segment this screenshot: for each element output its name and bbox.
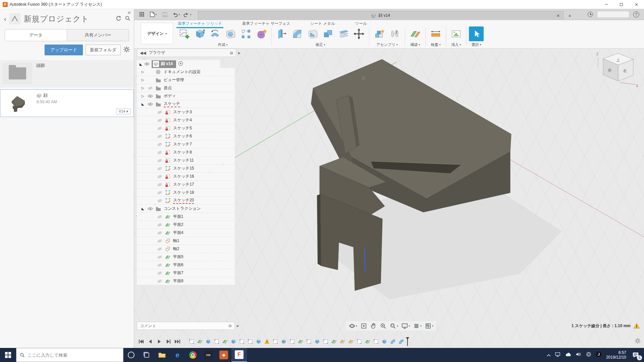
account-menu[interactable] [597,11,629,18]
root-node-pill[interactable]: 顔 v14 [152,60,176,68]
close-button[interactable]: ✕ [629,0,644,9]
document-tab-close-icon[interactable]: ✕ [556,13,560,18]
visibility-eye-icon[interactable] [157,191,165,195]
grid-settings-icon[interactable]: ▾ [413,323,422,329]
timeline-plane-icon[interactable] [222,338,228,345]
tray-onedrive-icon[interactable] [565,352,572,358]
fillet-button[interactable] [289,26,305,42]
visibility-eye-icon[interactable] [157,215,165,219]
action-center-icon[interactable]: 5 [631,351,641,359]
visibility-eye-icon[interactable] [148,102,156,106]
visibility-eye-icon[interactable] [157,118,165,122]
timeline-plane-icon[interactable] [331,338,337,345]
version-badge[interactable]: V14 ▾ [116,109,131,114]
fit-icon[interactable]: ▾ [390,323,398,329]
undo-button[interactable]: ▾ [171,10,181,19]
create-sketch-button[interactable] [176,26,192,42]
visibility-eye-icon[interactable] [157,255,165,259]
group-label-assemble[interactable]: アセンブリ▾ [376,42,397,47]
visibility-eye-icon[interactable] [157,247,165,251]
visibility-eye-icon[interactable] [157,159,165,163]
pan-icon[interactable] [370,323,377,329]
browser-node[interactable]: スケッチ11 [137,157,235,164]
expander-icon[interactable]: ◣ [142,207,148,210]
timeline-sketch-icon[interactable] [188,338,195,345]
tray-chevron-up-icon[interactable] [547,352,551,358]
browser-node[interactable]: ▷ボディ [137,92,235,100]
construction-plane-button[interactable] [408,26,423,42]
visibility-eye-icon[interactable] [157,271,165,275]
tab-shared-members[interactable]: 共有メンバー [67,29,129,41]
browser-node[interactable]: スケッチ16 [137,173,235,180]
timeline-sketch-icon[interactable] [322,338,329,345]
app-grid-button[interactable] [137,10,147,19]
browser-node[interactable]: 平面4 [137,229,235,237]
settings-gear-icon[interactable] [123,46,130,54]
new-folder-button[interactable]: 新規フォルダ [86,45,121,55]
taskbar-app-chrome[interactable] [185,348,201,362]
start-button[interactable] [0,348,16,362]
upload-button[interactable]: アップロード [45,45,83,55]
browser-node[interactable]: 平面1 [137,213,235,221]
new-component-button[interactable] [372,26,387,42]
pattern-button[interactable] [238,26,254,42]
extrude-button[interactable] [192,26,207,42]
group-label-modify[interactable]: 修正▾ [315,42,325,47]
autodesk-logo-icon[interactable] [9,13,20,24]
joint-button[interactable] [387,26,402,42]
timeline-plane-gold-icon[interactable] [339,338,346,345]
visibility-eye-icon[interactable] [157,167,165,171]
timeline-extrude-icon[interactable] [255,338,262,345]
measure-button[interactable] [428,26,443,42]
timeline-warning-icon[interactable] [264,338,270,345]
data-panel-close-icon[interactable]: ✕ [127,10,131,15]
revolve-button[interactable] [207,26,223,42]
skip-start-button[interactable] [138,338,145,345]
visibility-eye-icon[interactable] [157,263,165,267]
expander-icon[interactable]: ▷ [142,86,148,90]
maximize-button[interactable] [614,0,629,9]
list-item-design[interactable]: 顔 6:55:40 AM V14 ▾ [0,89,134,117]
browser-node[interactable]: 平面8 [137,277,235,285]
select-button[interactable] [469,26,484,41]
insert-button[interactable] [448,26,464,42]
tray-j-app-icon[interactable]: J [596,351,602,359]
taskbar-clock[interactable]: 6:57 2019/12/10 [606,350,626,360]
help-icon[interactable]: ? [633,11,639,17]
taskbar-app-file-explorer[interactable] [154,348,170,362]
new-document-tab-button[interactable]: + [566,11,574,20]
group-label-select[interactable]: 選択▾ [471,42,481,47]
tray-volume-icon[interactable] [576,352,582,358]
search-input[interactable] [28,353,111,358]
browser-node[interactable]: ▷ドキュメントの設定 [137,68,235,76]
activate-component-radio[interactable] [178,61,183,67]
group-label-construct[interactable]: 構築▾ [410,42,420,47]
timeline-sketch-icon[interactable] [213,338,220,345]
visibility-eye-icon[interactable] [157,231,165,235]
minimize-button[interactable] [599,0,614,9]
timeline-sketch-icon[interactable] [356,338,363,345]
save-button[interactable] [160,10,170,19]
browser-node[interactable]: ◣スケッチ [137,100,235,108]
browser-node[interactable]: ◣コンストラクション [137,205,235,213]
browser-header[interactable]: ◀◀ ブラウザ ⊖ [137,49,236,57]
visibility-eye-icon[interactable] [157,126,165,130]
browser-node[interactable]: スケッチ6 [137,132,235,140]
comment-minimize-icon[interactable]: ⊖ [228,323,232,328]
timeline-sketch-icon[interactable] [247,338,254,345]
timeline-fillet-icon[interactable] [398,338,405,345]
collapse-palette-icon[interactable]: ◀◀ [140,51,146,55]
timeline-extrude-icon[interactable] [205,338,212,345]
visibility-eye-icon[interactable] [157,142,165,146]
back-arrow-icon[interactable]: ‹ [4,15,6,23]
document-tab[interactable]: 顔 v14 ✕ [198,11,564,20]
timeline-plane-icon[interactable] [297,338,304,345]
visibility-eye-icon[interactable] [157,239,165,243]
look-at-icon[interactable] [361,323,367,329]
group-label-create[interactable]: 作成▾ [218,42,227,47]
taskbar-app-cortana[interactable] [123,348,139,362]
tray-display-icon[interactable] [555,352,561,358]
taskbar-app-fusion-360[interactable]: F [231,348,247,362]
timeline-extrude-icon[interactable] [280,338,287,345]
browser-node[interactable]: スケッチ5 [137,124,235,132]
